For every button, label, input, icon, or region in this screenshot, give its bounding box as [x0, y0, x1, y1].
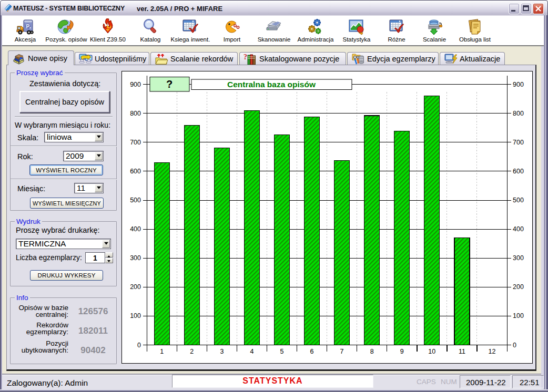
svg-text:P: P: [26, 24, 30, 29]
svg-text:400: 400: [513, 225, 524, 233]
svg-text:500: 500: [130, 197, 141, 204]
svg-text:300: 300: [130, 254, 141, 262]
svg-text:300: 300: [513, 254, 524, 262]
svg-text:11: 11: [459, 348, 465, 355]
svg-text:800: 800: [130, 110, 141, 117]
svg-text:100: 100: [130, 312, 141, 319]
svg-text:5: 5: [280, 348, 284, 355]
svg-text:9: 9: [400, 348, 404, 355]
svg-text:7: 7: [340, 348, 344, 355]
svg-text:?: ?: [243, 53, 247, 61]
svg-text:900: 900: [513, 81, 524, 88]
svg-text:10: 10: [428, 348, 435, 355]
svg-text:800: 800: [513, 110, 524, 117]
svg-text:400: 400: [130, 225, 141, 233]
svg-text:1: 1: [160, 348, 164, 355]
svg-text:600: 600: [130, 168, 141, 175]
svg-text:500: 500: [513, 197, 524, 204]
svg-text:?: ?: [166, 78, 172, 90]
svg-text:0: 0: [137, 342, 141, 349]
svg-text:2: 2: [190, 348, 194, 355]
svg-text:8: 8: [370, 348, 374, 355]
svg-text:100: 100: [513, 312, 524, 319]
svg-text:200: 200: [130, 283, 141, 291]
svg-text:700: 700: [513, 139, 524, 146]
svg-text:600: 600: [513, 168, 524, 175]
svg-text:0: 0: [513, 342, 516, 349]
svg-text:700: 700: [130, 139, 141, 146]
svg-text:12: 12: [489, 348, 496, 355]
svg-text:200: 200: [513, 283, 524, 291]
svg-text:Centralna baza opisów: Centralna baza opisów: [227, 80, 316, 89]
svg-text:900: 900: [130, 81, 141, 88]
svg-text:4: 4: [250, 348, 253, 355]
svg-text:3: 3: [220, 348, 224, 355]
svg-text:6: 6: [310, 348, 314, 355]
